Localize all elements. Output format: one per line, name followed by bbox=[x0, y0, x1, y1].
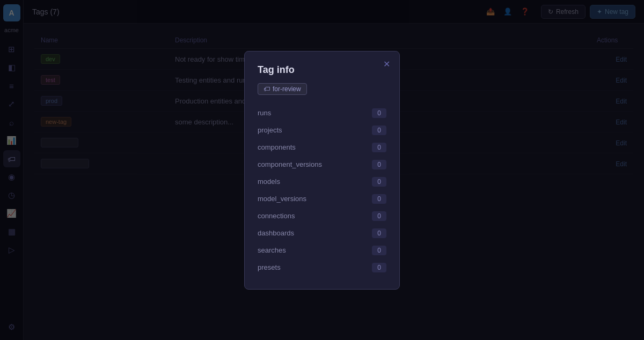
stat-row: models0 bbox=[258, 173, 386, 190]
stat-row: model_versions0 bbox=[258, 190, 386, 208]
modal-close-button[interactable]: ✕ bbox=[380, 58, 393, 71]
stat-badge: 0 bbox=[372, 246, 386, 255]
stat-label: component_versions bbox=[258, 160, 322, 168]
stat-label: components bbox=[258, 143, 296, 151]
stat-row: runs0 bbox=[258, 105, 386, 122]
stat-label: runs bbox=[258, 109, 271, 117]
modal-chip-icon: 🏷 bbox=[264, 85, 270, 93]
stat-badge: 0 bbox=[372, 160, 386, 169]
modal-title: Tag info bbox=[258, 64, 386, 76]
stat-label: searches bbox=[258, 246, 286, 254]
stat-badge: 0 bbox=[372, 177, 386, 187]
tag-info-modal: ✕ Tag info 🏷 for-review runs0projects0co… bbox=[244, 51, 400, 290]
stat-label: connections bbox=[258, 212, 295, 220]
stat-badge: 0 bbox=[372, 143, 386, 152]
modal-stats-list: runs0projects0components0component_versi… bbox=[258, 105, 386, 276]
stat-badge: 0 bbox=[372, 125, 386, 135]
stat-badge: 0 bbox=[372, 263, 386, 272]
stat-badge: 0 bbox=[372, 194, 386, 204]
stat-label: dashboards bbox=[258, 229, 294, 237]
stat-row: projects0 bbox=[258, 122, 386, 139]
stat-label: projects bbox=[258, 126, 282, 134]
stat-row: components0 bbox=[258, 139, 386, 156]
stat-row: presets0 bbox=[258, 259, 386, 276]
stat-badge: 0 bbox=[372, 228, 386, 238]
stat-label: model_versions bbox=[258, 195, 306, 203]
modal-overlay[interactable]: ✕ Tag info 🏷 for-review runs0projects0co… bbox=[0, 0, 644, 340]
stat-row: component_versions0 bbox=[258, 156, 386, 173]
stat-label: models bbox=[258, 178, 280, 186]
modal-tag-chip: 🏷 for-review bbox=[258, 83, 307, 95]
stat-badge: 0 bbox=[372, 108, 386, 118]
modal-chip-label: for-review bbox=[273, 85, 301, 93]
stat-badge: 0 bbox=[372, 211, 386, 221]
stat-label: presets bbox=[258, 263, 281, 271]
stat-row: searches0 bbox=[258, 242, 386, 259]
stat-row: dashboards0 bbox=[258, 225, 386, 242]
stat-row: connections0 bbox=[258, 208, 386, 225]
